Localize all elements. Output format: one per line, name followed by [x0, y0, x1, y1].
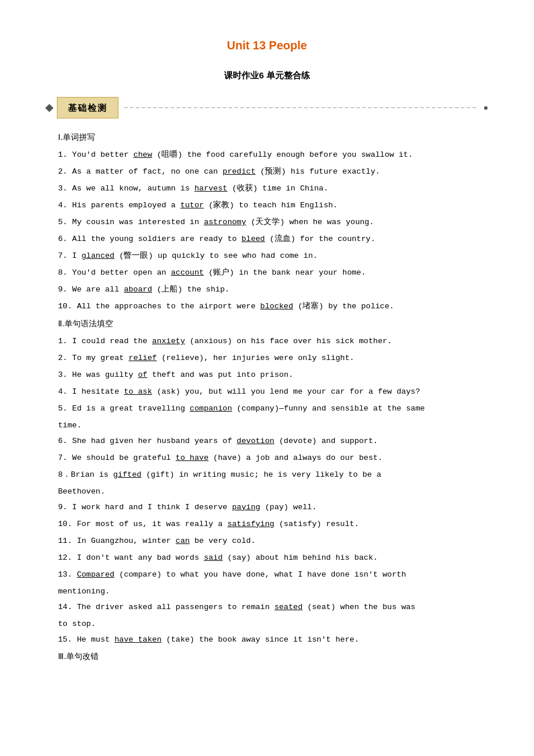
item-8: 8. You'd better open an account (账户) in … [58, 266, 488, 280]
item-ii-15: 15. He must have taken (take) the book a… [58, 633, 488, 647]
item-ii-13-cont: mentioning. [58, 585, 488, 599]
part-III-title: Ⅲ.单句改错 [58, 649, 488, 664]
section-label: 基础检测 [57, 97, 118, 118]
item-9: 9. We are all aboard (上船) the ship. [58, 283, 488, 297]
item-4: 4. His parents employed a tutor (家教) to … [58, 199, 488, 213]
item-1: 1. You'd better chew (咀嚼) the food caref… [58, 148, 488, 163]
section-header: 基础检测 [46, 97, 488, 118]
item-3: 3. As we all know, autumn is harvest (收获… [58, 182, 488, 196]
section-dashes [124, 107, 478, 108]
item-7: 7. I glanced (瞥一眼) up quickly to see who… [58, 249, 488, 264]
item-ii-5-cont: time. [58, 419, 488, 433]
section-dot [484, 106, 488, 110]
item-ii-3: 3. He was guilty of theft and was put in… [58, 368, 488, 383]
item-ii-10: 10. For most of us, it was really a sati… [58, 517, 488, 532]
item-10: 10. All the approaches to the airport we… [58, 300, 488, 314]
item-ii-9: 9. I work hard and I think I deserve pay… [58, 501, 488, 515]
item-ii-8-cont: Beethoven. [58, 485, 488, 499]
item-6: 6. All the young soldiers are ready to b… [58, 232, 488, 247]
item-ii-11: 11. In Guangzhou, winter can be very col… [58, 534, 488, 549]
item-ii-12: 12. I don't want any bad words said (say… [58, 551, 488, 566]
item-ii-2: 2. To my great relief (relieve), her inj… [58, 351, 488, 366]
item-ii-8: 8．Brian is gifted (gift) in writing musi… [58, 468, 488, 483]
item-ii-13: 13. Compared (compare) to what you have … [58, 568, 488, 582]
item-ii-14: 14. The driver asked all passengers to r… [58, 600, 488, 615]
item-ii-4: 4. I hesitate to ask (ask) you, but will… [58, 385, 488, 399]
page-title: Unit 13 People [46, 35, 488, 56]
item-2: 2. As a matter of fact, no one can predi… [58, 165, 488, 179]
item-5: 5. My cousin was interested in astronomy… [58, 215, 488, 230]
item-ii-7: 7. We should be grateful to have (have) … [58, 451, 488, 466]
item-ii-1: 1. I could read the anxiety (anxious) on… [58, 334, 488, 349]
item-ii-14-cont: to stop. [58, 617, 488, 632]
item-ii-5: 5. Ed is a great travelling companion (c… [58, 402, 488, 416]
part-I-title: Ⅰ.单词拼写 [58, 130, 488, 145]
part-II-title: Ⅱ.单句语法填空 [58, 316, 488, 331]
subtitle: 课时作业6 单元整合练 [46, 67, 488, 83]
item-ii-6: 6. She had given her husband years of de… [58, 434, 488, 449]
section-diamond [45, 103, 53, 111]
